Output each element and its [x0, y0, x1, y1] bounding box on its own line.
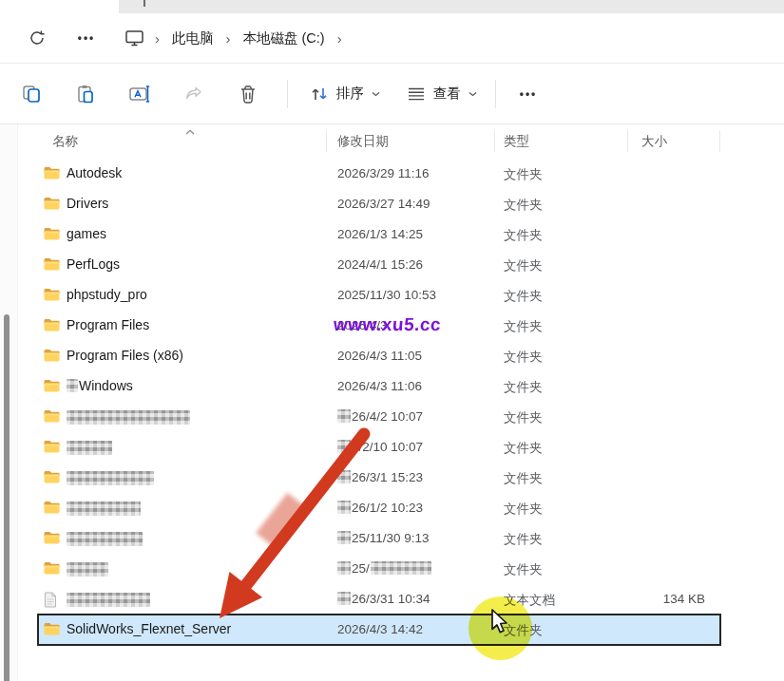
- file-row[interactable]: 6/2/10 10:07文件夹: [38, 432, 720, 463]
- folder-icon: [44, 197, 60, 210]
- folder-icon: [44, 379, 60, 392]
- file-name: SolidWorks_Flexnet_Server: [67, 621, 231, 636]
- tab-strip-background: [119, 0, 784, 13]
- breadcrumb-chevron[interactable]: ›: [331, 30, 349, 47]
- file-type: 文件夹: [504, 501, 543, 518]
- file-row[interactable]: PerfLogs2024/4/1 15:26文件夹: [38, 250, 720, 280]
- folder-icon: [44, 166, 60, 180]
- file-type: 文件夹: [504, 561, 543, 578]
- sort-icon: [310, 85, 329, 103]
- file-name: Drivers: [67, 196, 108, 211]
- file-type: 文件夹: [504, 166, 543, 183]
- censored-file-name: [67, 410, 190, 425]
- file-type: 文件夹: [504, 257, 543, 274]
- folder-icon: [44, 257, 60, 271]
- file-type: 文件夹: [504, 349, 543, 366]
- view-label: 查看: [433, 85, 461, 103]
- file-type: 文件夹: [504, 440, 543, 457]
- date-modified: 26/1/2 10:23: [337, 501, 423, 515]
- censored-file-name: [67, 441, 112, 455]
- window-artifact: [143, 0, 145, 7]
- censor-blob: [67, 379, 78, 392]
- date-modified: 2026/3/29 11:16: [337, 166, 430, 180]
- censor-blob: [337, 501, 351, 514]
- breadcrumb-chevron[interactable]: ›: [220, 30, 238, 47]
- column-divider[interactable]: [326, 130, 327, 152]
- column-divider[interactable]: [719, 130, 720, 152]
- column-header-size[interactable]: 大小: [641, 133, 667, 150]
- file-name: phpstudy_pro: [67, 287, 147, 302]
- file-row[interactable]: phpstudy_pro2025/11/30 10:53文件夹: [38, 280, 720, 311]
- file-explorer-window: ••• › 此电脑 › 本地磁盘 (C:) ›: [0, 0, 784, 681]
- file-row[interactable]: 26/3/31 10:34文本文档134 KB: [38, 584, 720, 615]
- censor-blob: [337, 409, 351, 423]
- chevron-down-icon: [372, 91, 380, 97]
- file-type: 文件夹: [504, 379, 543, 396]
- breadcrumb-this-pc[interactable]: 此电脑: [166, 26, 220, 51]
- file-name: Program Files (x86): [67, 348, 183, 363]
- file-row[interactable]: Autodesk2026/3/29 11:16文件夹: [38, 159, 720, 189]
- monitor-icon: [124, 29, 144, 47]
- copy-button[interactable]: [14, 77, 48, 111]
- column-header-type[interactable]: 类型: [504, 133, 529, 150]
- date-modified: 2025/11/30 10:53: [337, 288, 436, 302]
- folder-icon: [44, 440, 60, 453]
- folder-icon: [44, 288, 60, 301]
- delete-button[interactable]: [231, 77, 265, 111]
- folder-icon: [44, 288, 60, 301]
- share-button[interactable]: [177, 77, 211, 111]
- folder-icon: [44, 318, 60, 331]
- column-divider[interactable]: [494, 130, 495, 152]
- nav-more-button[interactable]: •••: [72, 24, 101, 52]
- folder-icon: [44, 349, 60, 362]
- censor-blob: [337, 561, 351, 575]
- file-row[interactable]: 26/4/2 10:07文件夹: [38, 402, 720, 432]
- folder-icon: [44, 501, 60, 514]
- file-row[interactable]: Drivers2026/3/27 14:49文件夹: [38, 189, 720, 219]
- file-type: 文件夹: [504, 409, 543, 426]
- file-row[interactable]: 26/3/1 15:23文件夹: [38, 463, 720, 493]
- chevron-down-icon: [468, 91, 477, 97]
- date-modified: 26/3/31 10:34: [337, 592, 430, 606]
- column-header-name[interactable]: 名称: [52, 133, 78, 150]
- folder-icon: [44, 409, 60, 423]
- column-header-date[interactable]: 修改日期: [337, 133, 389, 150]
- toolbar-more-button[interactable]: •••: [511, 77, 545, 111]
- view-button[interactable]: 查看: [396, 77, 488, 111]
- paste-button[interactable]: [68, 77, 103, 111]
- trash-icon: [239, 84, 258, 104]
- file-name: games: [67, 226, 106, 241]
- date-modified: 2026/4/3 14:42: [337, 622, 423, 636]
- file-row-selected[interactable]: SolidWorks_Flexnet_Server2026/4/3 14:42文…: [38, 615, 720, 645]
- folder-icon: [44, 227, 60, 240]
- breadcrumb-chevron[interactable]: ›: [148, 30, 166, 47]
- rename-button[interactable]: [123, 77, 157, 111]
- file-row[interactable]: Program Files (x86)2026/4/3 11:05文件夹: [38, 341, 720, 371]
- file-name: Windows: [67, 378, 133, 393]
- folder-icon: [44, 257, 60, 271]
- watermark-text: www.xu5.cc: [333, 314, 442, 335]
- file-row[interactable]: Windows2026/4/3 11:06文件夹: [38, 371, 720, 402]
- file-row[interactable]: 25/文件夹: [38, 554, 720, 584]
- file-row[interactable]: 26/1/2 10:23文件夹: [38, 493, 720, 523]
- censor-blob: [337, 531, 351, 544]
- folder-icon: [44, 166, 60, 180]
- file-type: 文件夹: [504, 288, 543, 305]
- sort-button[interactable]: 排序: [299, 77, 391, 111]
- sort-label: 排序: [336, 85, 364, 103]
- date-modified: 26/4/2 10:07: [337, 409, 423, 424]
- this-pc-icon[interactable]: [120, 24, 148, 52]
- censored-file-name: [67, 593, 150, 607]
- censor-blob: [371, 561, 431, 575]
- column-divider[interactable]: [627, 130, 628, 152]
- file-row[interactable]: games2026/1/3 14:25文件夹: [38, 219, 720, 250]
- text-file-icon: [44, 592, 57, 608]
- refresh-button[interactable]: [23, 24, 51, 52]
- folder-icon: [44, 470, 60, 483]
- file-row[interactable]: 25/11/30 9:13文件夹: [38, 523, 720, 554]
- date-modified: 2026/4/3 11:06: [337, 379, 422, 393]
- date-modified: 26/3/1 15:23: [337, 470, 423, 484]
- censored-file-name: [67, 532, 143, 546]
- folder-icon: [44, 561, 60, 575]
- breadcrumb-local-disk-c[interactable]: 本地磁盘 (C:): [238, 26, 331, 51]
